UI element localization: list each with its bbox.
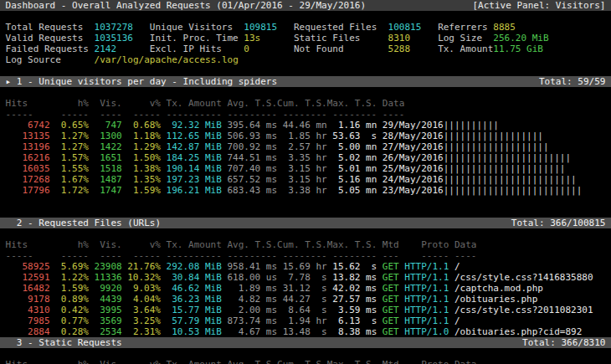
panel-header-static-requests[interactable]: 3 - Static RequestsTotal: 366/8310 [0,337,611,348]
cell-tx-amount: 197.23 MiB [161,174,222,185]
column-header-tx-amount: Tx. Amount [161,239,222,250]
cell-max-ts: 13.82 ms [327,272,377,283]
stat-value-total-requests: 1037278 [95,22,150,33]
cell-tx-amount: 92.32 MiB [161,120,222,131]
cell-visitors: 1487 [89,174,122,185]
cell-cum-ts: 13.48 s [277,326,327,337]
cell-url: /obituaries.php [449,294,537,305]
cell-cum-ts: 44.46 mn [277,120,327,131]
cell-visitors-percent: 3.64% [122,305,161,315]
visitors-table-row[interactable]: 67420.65%7470.68%92.32 MiB395.64 ms44.46… [0,120,611,131]
column-underline: ----- [399,250,449,261]
cell-protocol: HTTP/1.0 [399,326,449,337]
visitors-table-row[interactable]: 172681.67%14871.35%197.23 MiB657.52 ms3.… [0,174,611,185]
cell-visitors: 1651 [89,152,122,163]
column-underline: ----- [6,250,50,261]
cell-cum-ts: 31.12 s [277,283,327,294]
histogram-bars: ||||||||||||||||||| [444,141,549,152]
column-underline: ----- [122,250,161,261]
cell-url: /captcha.mod.php [449,283,543,294]
cell-hits: 7985 [6,315,50,326]
cell-avg-ts: 4.82 ms [222,294,277,305]
column-header-visitors-percent: v% [122,239,161,250]
cell-hits-percent: 1.55% [50,163,89,174]
cell-max-ts: 8.38 ms [327,326,377,337]
cell-tx-amount: 190.14 MiB [161,163,222,174]
column-header-row: Hitsh%Vis.v%Tx. AmountAvg. T.S.Cum. T.S.… [0,359,611,364]
column-header-data: Data [377,98,404,109]
stat-value-valid-requests: 1035136 [95,33,150,44]
column-header-hits-percent: h% [50,239,89,250]
cell-hits: 16216 [6,152,50,163]
cell-protocol: HTTP/1.1 [399,294,449,305]
requested-files-table-row[interactable]: 125911.22%1133610.32%30.84 MiB618.00 us7… [0,272,611,283]
panel-title: 2 - Requested Files (URLs) [17,218,161,228]
histogram-bars: |||||||||||||||||||||| [444,163,566,174]
panel-header-requested-files[interactable]: 2 - Requested Files (URLs)Total: 366/100… [0,218,611,228]
column-header-protocol: Proto [399,359,449,364]
cell-cum-ts: 3.15 hr [277,163,327,174]
column-header-max-ts: Max. T.S. [327,98,377,109]
cell-hits-percent: 0.65% [50,120,89,131]
cell-hits-percent: 1.27% [50,141,89,152]
stat-value-referrers: 8885 [493,22,516,33]
stat-label-failed-requests: Failed Requests [6,44,95,54]
requested-files-table-row[interactable]: 164821.59%99209.03%46.62 MiB1.89 ms31.12… [0,283,611,294]
cell-tx-amount: 112.65 MiB [161,131,222,141]
column-header-max-ts: Max. T.S. [327,359,377,364]
visitors-table-row[interactable]: 162161.57%16511.50%184.25 MiB744.51 ms3.… [0,152,611,163]
cell-max-ts: 5.16 mn [327,174,377,185]
cell-hits-percent: 0.28% [50,326,89,337]
cell-visitors: 2534 [89,326,122,337]
visitors-table-row[interactable]: 131961.27%14221.29%142.87 MiB700.92 ms2.… [0,141,611,152]
cell-cum-ts: 1.85 hr [277,131,327,141]
active-panel-arrow-icon: ▸ [6,76,17,87]
cell-date: 25/May/2016 [377,163,443,174]
column-header-tx-amount: Tx. Amount [161,359,222,364]
requested-files-table-row[interactable]: 28840.28%25342.31%10.53 MiB4.67 ms13.48 … [0,326,611,337]
cell-avg-ts: 2.00 ms [222,305,277,315]
cell-tx-amount: 196.21 MiB [161,185,222,196]
requested-files-table-row[interactable]: 589255.69%2390821.76%292.08 MiB958.41 ms… [0,261,611,272]
column-header-visitors: Vis. [89,359,122,364]
cell-tx-amount: 15.77 MiB [161,305,222,315]
column-underline-row: ----------------------------------------… [0,250,611,261]
cell-tx-amount: 46.62 MiB [161,283,222,294]
visitors-table-row[interactable]: 177961.72%17471.59%196.21 MiB683.43 ms3.… [0,185,611,196]
column-underline: -------- [277,250,327,261]
visitors-table-row[interactable]: 160351.55%15181.38%190.14 MiB707.40 ms3.… [0,163,611,174]
visitors-table-row[interactable]: 131351.27%13001.18%112.65 MiB506.93 ms1.… [0,131,611,141]
cell-hits: 2884 [6,326,50,337]
cell-max-ts: 15.62 s [327,261,377,272]
requested-files-table-row[interactable]: 43100.42%39953.64%15.77 MiB2.00 ms8.64 s… [0,305,611,315]
active-panel-indicator: [Active Panel: Visitors] [472,0,605,11]
column-underline: ---- [89,109,122,120]
column-header-hits: Hits [6,359,50,364]
cell-visitors: 23908 [89,261,122,272]
stat-label-log-source: Log Source [6,54,95,65]
cell-date: 23/May/2016 [377,185,443,196]
cell-visitors-percent: 0.68% [122,120,161,131]
requested-files-table-row[interactable]: 79850.77%35693.25%57.79 MiB873.74 ms1.94… [0,315,611,326]
cell-visitors-percent: 10.32% [122,272,161,283]
cell-avg-ts: 683.43 ms [222,185,277,196]
column-header-hits-percent: h% [50,359,89,364]
cell-tx-amount: 10.53 MiB [161,326,222,337]
cell-cum-ts: 7.78 s [277,272,327,283]
cell-visitors-percent: 1.29% [122,141,161,152]
panel-title: 3 - Static Requests [17,337,122,348]
cell-visitors: 1300 [89,131,122,141]
histogram-bars: ||||||||||||||||||||||||| [444,185,583,196]
stat-label-tx-amount: Tx. Amount [438,44,493,54]
column-underline: ----- [6,109,50,120]
stat-label-referrers: Referrers [438,22,493,33]
cell-avg-ts: 707.40 ms [222,163,277,174]
cell-hits-percent: 1.59% [50,283,89,294]
column-underline: --------- [222,250,277,261]
cell-visitors: 11336 [89,272,122,283]
panel-header-visitors[interactable]: ▸1 - Unique visitors per day - Including… [0,76,611,87]
cell-visitors: 747 [89,120,122,131]
requested-files-table-row[interactable]: 91780.89%44394.04%36.23 MiB4.82 ms44.27 … [0,294,611,305]
cell-visitors-percent: 9.03% [122,283,161,294]
cell-cum-ts: 3.38 hr [277,185,327,196]
